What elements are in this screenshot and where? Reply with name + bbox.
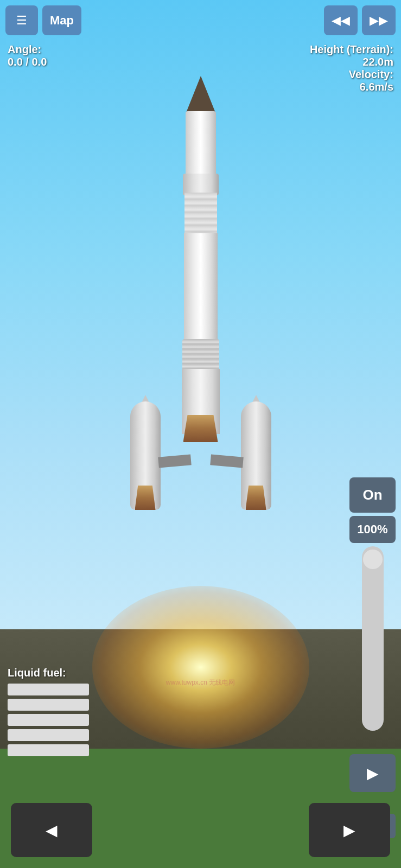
rewind-button[interactable]: ◀◀: [324, 5, 358, 35]
menu-button[interactable]: ☰: [5, 5, 38, 35]
height-label: Height (Terrain):: [310, 43, 393, 56]
menu-icon: ☰: [16, 14, 27, 28]
engine-bell-booster-left: [135, 486, 156, 510]
on-button[interactable]: On: [349, 477, 396, 513]
rocket-lower-body: [182, 369, 220, 434]
fuel-bar-row-5: [8, 744, 89, 756]
fuel-bar-row-1: [8, 684, 89, 695]
steer-right-button[interactable]: ▶: [309, 803, 390, 857]
play-icon: ▶: [367, 764, 379, 782]
rocket-mid-body: [184, 233, 218, 342]
velocity-value: 6.6m/s: [310, 81, 393, 93]
on-label: On: [362, 487, 382, 503]
strut-left: [158, 454, 192, 468]
steer-left-button[interactable]: ◀: [11, 803, 92, 857]
map-label: Map: [50, 14, 74, 28]
fuel-bar-2: [8, 699, 89, 711]
watermark: www.tuwpx.cn 无线电网: [166, 678, 235, 687]
toolbar-left: ☰ Map: [5, 5, 81, 35]
fuel-bar-4: [8, 729, 89, 741]
hud-left: Angle: 0.0 / 0.0: [8, 43, 47, 68]
fuel-bar-row-3: [8, 714, 89, 726]
bottom-controls: ◀ ▶: [0, 803, 401, 857]
steer-right-icon: ▶: [343, 821, 355, 839]
play-button[interactable]: ▶: [349, 754, 396, 792]
rocket-ribbed-section: [184, 193, 217, 236]
game-screen: www.tuwpx.cn 无线电网 ☰ Map ◀◀ ▶▶ Angle: 0.0…: [0, 0, 401, 868]
throttle-handle[interactable]: [363, 550, 383, 569]
toolbar-right: ◀◀ ▶▶: [324, 5, 396, 35]
rocket-ring: [183, 174, 219, 195]
hud-right: Height (Terrain): 22.0m Velocity: 6.6m/s: [310, 43, 393, 93]
rewind-icon: ◀◀: [332, 14, 350, 28]
steer-left-icon: ◀: [46, 821, 58, 839]
booster-right: [241, 401, 271, 510]
fuel-bar-3: [8, 714, 89, 726]
toolbar: ☰ Map ◀◀ ▶▶: [5, 5, 396, 35]
rocket-upper-body: [186, 111, 216, 176]
fuel-bar-row-2: [8, 699, 89, 711]
fuel-bar-row-4: [8, 729, 89, 741]
rocket-ribbed-section-2: [182, 339, 219, 372]
fuel-label: Liquid fuel:: [8, 667, 89, 679]
rocket: [119, 76, 282, 618]
fuel-bar-5: [8, 744, 89, 756]
throttle-slider[interactable]: [362, 546, 384, 731]
map-button[interactable]: Map: [42, 5, 81, 35]
strut-right: [210, 454, 244, 468]
fastforward-button[interactable]: ▶▶: [362, 5, 396, 35]
rocket-nosecone: [186, 76, 216, 114]
right-controls: On 100%: [349, 477, 396, 731]
height-value: 22.0m: [310, 56, 393, 68]
velocity-label: Velocity:: [310, 68, 393, 81]
angle-label: Angle:: [8, 43, 47, 56]
throttle-label: 100%: [349, 516, 396, 543]
booster-left: [130, 401, 161, 510]
fuel-section: Liquid fuel:: [8, 667, 89, 760]
throttle-value: 100%: [357, 522, 387, 537]
angle-value: 0.0 / 0.0: [8, 56, 47, 68]
engine-bell-booster-right: [246, 486, 266, 510]
fastforward-icon: ▶▶: [370, 14, 388, 28]
fuel-bar-1: [8, 684, 89, 695]
